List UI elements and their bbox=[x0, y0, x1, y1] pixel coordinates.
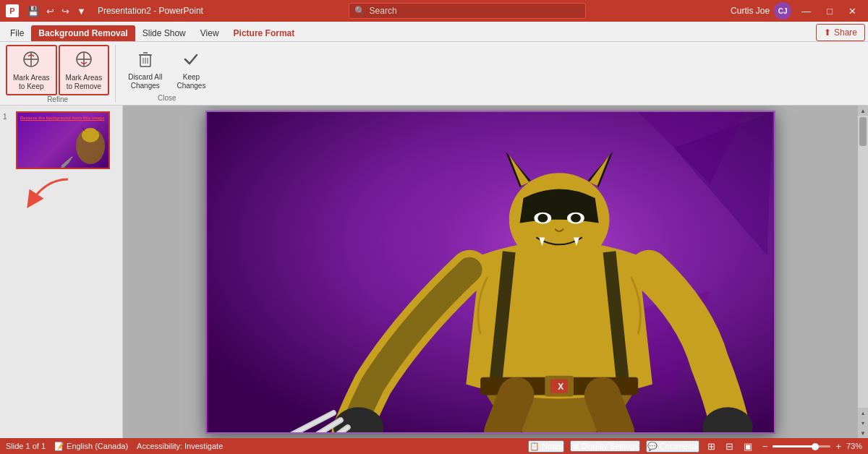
minimize-button[interactable]: — bbox=[796, 4, 817, 18]
slide-thumbnail[interactable]: Remove the background from this image bbox=[16, 111, 110, 169]
title-bar-left: P 💾 ↩ ↪ ▼ Presentation2 - PowerPoint bbox=[6, 4, 203, 18]
svg-point-28 bbox=[571, 213, 581, 222]
comments-icon: 💬 bbox=[647, 442, 658, 451]
zoom-slider-fill bbox=[773, 445, 814, 447]
status-bar: Slide 1 of 1 📝 English (Canada) Accessib… bbox=[0, 438, 868, 454]
slide-thumb-wolverine-icon bbox=[58, 124, 109, 168]
search-icon: 🔍 bbox=[354, 6, 365, 16]
tab-view[interactable]: View bbox=[193, 25, 226, 41]
refine-buttons: Mark Areasto Keep Mark Areasto Remove bbox=[6, 45, 109, 95]
mark-keep-label: Mark Areasto Keep bbox=[13, 74, 50, 91]
app-logo: P bbox=[6, 4, 19, 17]
display-settings-button[interactable]: 🖥 Display Settings bbox=[570, 440, 640, 452]
scroll-thumb[interactable] bbox=[859, 117, 867, 146]
tab-file[interactable]: File bbox=[3, 25, 31, 41]
close-buttons: Discard AllChanges KeepChanges bbox=[122, 45, 212, 94]
share-icon: ⬆ bbox=[824, 27, 831, 38]
slide-panel: 1 Remove the background from this image bbox=[0, 106, 123, 438]
keep-changes-label: KeepChanges bbox=[176, 73, 205, 90]
slide-info[interactable]: Slide 1 of 1 bbox=[6, 442, 46, 450]
slide-thumb-text: Remove the background from this image bbox=[20, 116, 104, 120]
scroll-down-arrow[interactable]: ▼ bbox=[858, 428, 868, 438]
display-icon: 🖥 bbox=[571, 442, 579, 450]
wolverine-scene: X bbox=[207, 112, 774, 432]
slide-thumb-inner: Remove the background from this image bbox=[17, 113, 109, 168]
svg-text:X: X bbox=[558, 381, 563, 391]
close-group-label: Close bbox=[158, 94, 176, 103]
keep-changes-button[interactable]: KeepChanges bbox=[170, 45, 212, 94]
close-button[interactable]: ✕ bbox=[843, 4, 862, 18]
normal-view-button[interactable]: ⊞ bbox=[705, 440, 718, 453]
language-icon: 📝 bbox=[54, 442, 64, 451]
tab-picture-format[interactable]: Picture Format bbox=[226, 25, 302, 41]
slide-canvas[interactable]: X bbox=[205, 111, 775, 434]
search-input[interactable] bbox=[349, 3, 586, 19]
notes-button[interactable]: 📋 Notes bbox=[528, 440, 564, 453]
arrow-svg bbox=[10, 172, 82, 215]
avatar: CJ bbox=[774, 2, 791, 20]
canvas-area: X bbox=[123, 106, 858, 438]
slide-number: 1 bbox=[3, 111, 13, 121]
discard-all-label: Discard AllChanges bbox=[128, 73, 162, 90]
scroll-up-arrow[interactable]: ▲ bbox=[858, 106, 868, 116]
scroll-page-down[interactable]: ▾ bbox=[858, 418, 868, 428]
zoom-slider[interactable] bbox=[773, 445, 830, 447]
mark-areas-keep-button[interactable]: Mark Areasto Keep bbox=[6, 45, 57, 95]
accessibility-status[interactable]: Accessibility: Investigate bbox=[137, 442, 223, 450]
zoom-control: − + 73% bbox=[760, 440, 862, 453]
save-button[interactable]: 💾 bbox=[25, 4, 42, 18]
title-bar: P 💾 ↩ ↪ ▼ Presentation2 - PowerPoint 🔍 C… bbox=[0, 0, 868, 22]
main-area: 1 Remove the background from this image bbox=[0, 106, 868, 438]
tab-slide-show[interactable]: Slide Show bbox=[135, 25, 193, 41]
reading-view-button[interactable]: ▣ bbox=[741, 440, 754, 453]
language-status: 📝 English (Canada) bbox=[54, 442, 128, 451]
slide-sorter-button[interactable]: ⊟ bbox=[723, 440, 736, 453]
keep-changes-icon bbox=[181, 48, 201, 72]
comments-button[interactable]: 💬 Comments bbox=[646, 440, 699, 453]
user-name: Curtis Joe bbox=[731, 6, 770, 16]
quick-access-toolbar: 💾 ↩ ↪ ▼ bbox=[25, 4, 89, 18]
mark-remove-icon bbox=[74, 49, 94, 72]
scroll-track bbox=[859, 116, 867, 408]
mark-areas-remove-button[interactable]: Mark Areasto Remove bbox=[59, 45, 110, 95]
slide-thumbnail-wrap: 1 Remove the background from this image bbox=[3, 111, 119, 169]
discard-all-button[interactable]: Discard AllChanges bbox=[122, 45, 169, 94]
mark-keep-icon bbox=[21, 49, 41, 72]
tab-background-removal[interactable]: Background Removal bbox=[31, 25, 135, 41]
redo-button[interactable]: ↪ bbox=[59, 4, 72, 18]
undo-button[interactable]: ↩ bbox=[43, 4, 57, 18]
zoom-in-button[interactable]: + bbox=[833, 440, 843, 453]
ribbon-group-refine: Mark Areasto Keep Mark Areasto Remove Re… bbox=[0, 45, 116, 102]
zoom-level: 73% bbox=[846, 442, 862, 450]
maximize-button[interactable]: □ bbox=[821, 4, 838, 18]
ribbon-tabs: File Background Removal Slide Show View … bbox=[0, 22, 868, 42]
zoom-slider-thumb bbox=[812, 443, 819, 450]
ribbon-group-close: Discard AllChanges KeepChanges Close bbox=[116, 45, 218, 102]
mark-remove-label: Mark Areasto Remove bbox=[66, 74, 103, 91]
vertical-scrollbar[interactable]: ▲ ▴ ▾ ▼ bbox=[858, 106, 868, 438]
scroll-page-up[interactable]: ▴ bbox=[858, 408, 868, 418]
discard-icon bbox=[135, 48, 156, 72]
svg-point-16 bbox=[86, 130, 95, 139]
svg-point-27 bbox=[537, 213, 548, 222]
title-bar-right: Curtis Joe CJ — □ ✕ bbox=[731, 2, 862, 20]
refine-group-label: Refine bbox=[47, 95, 68, 105]
ribbon-content: Mark Areasto Keep Mark Areasto Remove Re… bbox=[0, 42, 868, 106]
share-button[interactable]: ⬆ Share bbox=[816, 24, 865, 41]
search-wrap: 🔍 bbox=[349, 3, 586, 19]
notes-icon: 📋 bbox=[529, 442, 540, 451]
arrow-annotation bbox=[10, 172, 119, 218]
status-right: 📋 Notes 🖥 Display Settings 💬 Comments ⊞ … bbox=[528, 440, 862, 453]
customize-button[interactable]: ▼ bbox=[74, 4, 89, 18]
document-title: Presentation2 - PowerPoint bbox=[98, 6, 203, 16]
zoom-out-button[interactable]: − bbox=[760, 440, 770, 453]
